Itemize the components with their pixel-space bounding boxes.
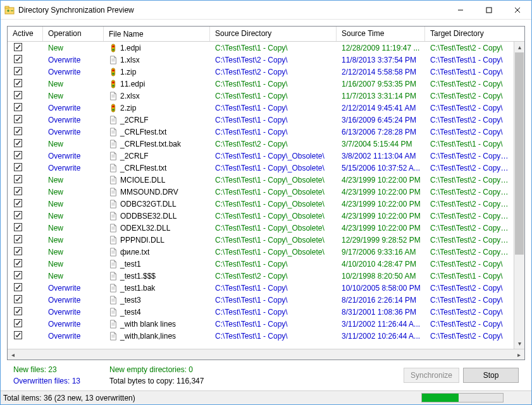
- hscroll-track[interactable]: [18, 349, 514, 360]
- table-row[interactable]: New11.edpiC:\Test\Test\1 - Copy\1/16/200…: [8, 78, 514, 90]
- source-time-cell: 11/8/2013 3:37:54 PM: [337, 56, 425, 64]
- table-row[interactable]: Newфиле.txtC:\Test\Test\1 - Copy\_Obsole…: [8, 246, 514, 258]
- active-checkbox[interactable]: [14, 331, 22, 339]
- active-checkbox[interactable]: [14, 283, 22, 291]
- maximize-button[interactable]: [474, 1, 503, 19]
- synchronize-button[interactable]: Synchronize: [404, 368, 459, 383]
- status-text: Total items: 36 (23 new, 13 overwritten): [3, 394, 421, 402]
- scroll-right-button[interactable]: ▸: [514, 349, 524, 360]
- scroll-down-button[interactable]: ▾: [514, 338, 524, 349]
- table-row[interactable]: NewODEXL32.DLLC:\Test\Test\1 - Copy\_Obs…: [8, 222, 514, 234]
- table-row[interactable]: NewMCIOLE.DLLC:\Test\Test\1 - Copy\_Obso…: [8, 174, 514, 186]
- col-header-filename[interactable]: File Name: [104, 27, 210, 41]
- active-checkbox[interactable]: [14, 127, 22, 135]
- table-row[interactable]: Overwrite_2CRLFC:\Test\Test\1 - Copy\_Ob…: [8, 150, 514, 162]
- close-button[interactable]: [503, 1, 531, 19]
- window: Directory Synchronization Preview Active…: [0, 0, 532, 405]
- table-row[interactable]: New1.edpiC:\Test\Test\1 - Copy\12/28/200…: [8, 42, 514, 54]
- source-dir-cell: C:\Test\Test\2 - Copy\: [210, 56, 337, 64]
- filename-text: MMSOUND.DRV: [120, 188, 178, 196]
- file-icon: [109, 332, 118, 341]
- active-checkbox-cell: [8, 43, 43, 52]
- horizontal-scrollbar[interactable]: ◂ ▸: [8, 349, 524, 360]
- filename-cell: _with,blank,lines: [104, 332, 210, 341]
- active-checkbox[interactable]: [14, 91, 22, 99]
- table-row[interactable]: New_test1C:\Test\Test\1 - Copy\4/10/2010…: [8, 258, 514, 270]
- table-row[interactable]: New_test1.$$$C:\Test\Test\2 - Copy\10/2/…: [8, 270, 514, 282]
- active-checkbox[interactable]: [14, 223, 22, 231]
- table-row[interactable]: Overwrite_test4C:\Test\Test\1 - Copy\8/3…: [8, 306, 514, 318]
- vertical-scrollbar[interactable]: ▴ ▾: [514, 42, 524, 349]
- file-icon: [109, 56, 118, 64]
- table-row[interactable]: Overwrite_2CRLFC:\Test\Test\1 - Copy\3/1…: [8, 114, 514, 126]
- active-checkbox[interactable]: [14, 163, 22, 171]
- active-checkbox[interactable]: [14, 211, 22, 219]
- status-bar: Total items: 36 (23 new, 13 overwritten): [1, 390, 531, 404]
- active-checkbox[interactable]: [14, 235, 22, 243]
- col-header-target-directory[interactable]: Target Directory: [425, 27, 524, 41]
- table-row[interactable]: Overwrite_CRLFtest.txtC:\Test\Test\1 - C…: [8, 126, 514, 138]
- table-row[interactable]: NewODDBSE32.DLLC:\Test\Test\1 - Copy\_Ob…: [8, 210, 514, 222]
- table-row[interactable]: New2.xlsxC:\Test\Test\1 - Copy\11/7/2013…: [8, 90, 514, 102]
- table-row[interactable]: Overwrite1.xlsxC:\Test\Test\2 - Copy\11/…: [8, 54, 514, 66]
- operation-cell: Overwrite: [43, 320, 104, 329]
- stop-button[interactable]: Stop: [463, 368, 519, 383]
- source-time-cell: 9/17/2006 9:33:16 AM: [337, 248, 425, 257]
- col-header-active[interactable]: Active: [8, 27, 43, 41]
- active-checkbox[interactable]: [14, 55, 22, 63]
- filename-text: _CRLFtest.txt: [120, 164, 166, 172]
- active-checkbox[interactable]: [14, 271, 22, 279]
- active-checkbox[interactable]: [14, 151, 22, 159]
- target-dir-cell: C:\Test\Test\2 - Copy\_Ob: [425, 236, 514, 245]
- file-icon: [109, 260, 118, 269]
- col-header-operation[interactable]: Operation: [43, 27, 104, 41]
- source-time-cell: 1/16/2007 9:53:35 PM: [337, 80, 425, 88]
- col-header-source-time[interactable]: Source Time: [337, 27, 425, 41]
- active-checkbox[interactable]: [14, 199, 22, 207]
- table-row[interactable]: NewMMSOUND.DRVC:\Test\Test\1 - Copy\_Obs…: [8, 186, 514, 198]
- source-dir-cell: C:\Test\Test\1 - Copy\: [210, 44, 337, 52]
- table-row[interactable]: Overwrite_test1.bakC:\Test\Test\1 - Copy…: [8, 282, 514, 294]
- active-checkbox[interactable]: [14, 187, 22, 195]
- active-checkbox[interactable]: [14, 79, 22, 87]
- scroll-up-button[interactable]: ▴: [514, 42, 524, 52]
- target-dir-cell: C:\Test\Test\2 - Copy\: [425, 296, 514, 305]
- scroll-left-button[interactable]: ◂: [8, 349, 18, 360]
- svg-point-8: [112, 48, 114, 51]
- filename-text: _test4: [120, 308, 141, 317]
- table-row[interactable]: NewODBC32GT.DLLC:\Test\Test\1 - Copy\_Ob…: [8, 198, 514, 210]
- filename-text: 2.xlsx: [120, 92, 140, 100]
- active-checkbox[interactable]: [14, 259, 22, 267]
- file-icon: [109, 128, 118, 136]
- active-checkbox[interactable]: [14, 43, 22, 51]
- active-checkbox[interactable]: [14, 103, 22, 111]
- svg-point-13: [112, 69, 114, 71]
- active-checkbox[interactable]: [14, 247, 22, 255]
- table-row[interactable]: Overwrite_with blank linesC:\Test\Test\1…: [8, 318, 514, 330]
- active-checkbox[interactable]: [14, 175, 22, 183]
- table-row[interactable]: Overwrite1.zipC:\Test\Test\2 - Copy\2/12…: [8, 66, 514, 78]
- active-checkbox[interactable]: [14, 115, 22, 123]
- minimize-button[interactable]: [446, 1, 474, 19]
- filename-cell: 11.edpi: [104, 80, 210, 88]
- active-checkbox-cell: [8, 271, 43, 281]
- table-row[interactable]: NewPPPNDI.DLLC:\Test\Test\1 - Copy\_Obso…: [8, 234, 514, 246]
- active-checkbox[interactable]: [14, 139, 22, 147]
- active-checkbox[interactable]: [14, 295, 22, 303]
- table-row[interactable]: New_CRLFtest.txt.bakC:\Test\Test\2 - Cop…: [8, 138, 514, 150]
- table-row[interactable]: Overwrite2.zipC:\Test\Test\1 - Copy\2/12…: [8, 102, 514, 114]
- active-checkbox[interactable]: [14, 67, 22, 75]
- file-icon: [109, 272, 118, 281]
- col-header-source-directory[interactable]: Source Directory: [210, 27, 337, 41]
- active-checkbox[interactable]: [14, 319, 22, 327]
- scroll-thumb[interactable]: [515, 52, 524, 255]
- filename-cell: _test1.$$$: [104, 272, 210, 281]
- filename-text: _CRLFtest.txt: [120, 128, 166, 136]
- table-row[interactable]: Overwrite_CRLFtest.txtC:\Test\Test\1 - C…: [8, 162, 514, 174]
- table-row[interactable]: Overwrite_with,blank,linesC:\Test\Test\1…: [8, 330, 514, 342]
- filename-cell: _CRLFtest.txt.bak: [104, 140, 210, 148]
- active-checkbox[interactable]: [14, 307, 22, 315]
- table-row[interactable]: Overwrite_test3C:\Test\Test\1 - Copy\8/2…: [8, 294, 514, 306]
- source-dir-cell: C:\Test\Test\1 - Copy\: [210, 284, 337, 293]
- source-time-cell: 2/12/2014 9:45:41 AM: [337, 104, 425, 112]
